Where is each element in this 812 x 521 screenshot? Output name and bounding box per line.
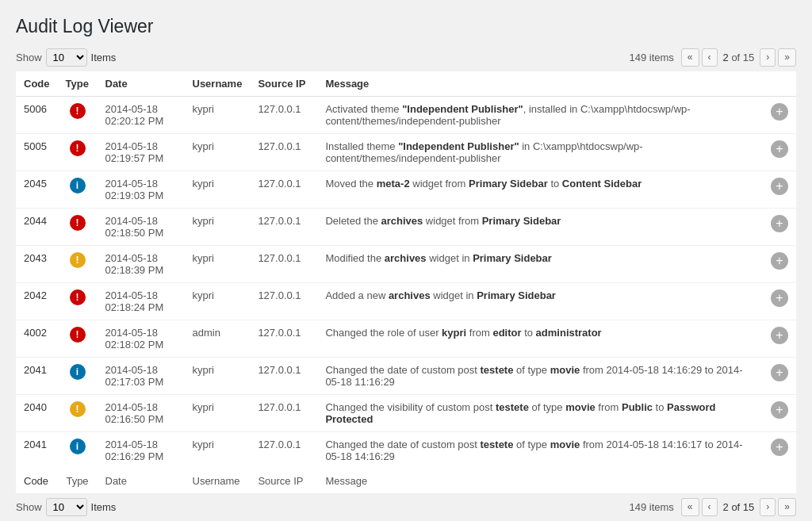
show-label-top: Show bbox=[16, 52, 42, 63]
cell-username: kypri bbox=[185, 134, 251, 171]
per-page-select-bottom[interactable]: 10 25 50 100 bbox=[46, 498, 87, 516]
first-page-btn-bottom[interactable]: « bbox=[681, 498, 699, 516]
cell-date: 2014-05-1802:17:03 PM bbox=[98, 358, 185, 395]
type-badge: ! bbox=[70, 215, 86, 231]
show-items-top: Show 10 25 50 100 Items bbox=[16, 48, 116, 67]
per-page-select-top[interactable]: 10 25 50 100 bbox=[46, 48, 87, 67]
cell-date: 2014-05-1802:18:02 PM bbox=[98, 320, 185, 358]
row-action-button[interactable]: + bbox=[771, 289, 788, 307]
cell-sourceip: 127.0.0.1 bbox=[250, 320, 317, 358]
cell-action: + bbox=[763, 209, 796, 246]
cell-date: 2014-05-1802:16:29 PM bbox=[98, 432, 185, 469]
table-row: 5005!2014-05-1802:19:57 PMkypri127.0.0.1… bbox=[16, 134, 796, 171]
type-badge: ! bbox=[70, 401, 86, 417]
row-action-button[interactable]: + bbox=[771, 178, 788, 195]
pagination-top: 149 items « ‹ 2 of 15 › » bbox=[629, 48, 796, 67]
row-action-button[interactable]: + bbox=[771, 103, 788, 121]
table-row: 2043!2014-05-1802:18:39 PMkypri127.0.0.1… bbox=[16, 246, 796, 283]
row-action-button[interactable]: + bbox=[771, 252, 788, 270]
table-row: 5006!2014-05-1802:20:12 PMkypri127.0.0.1… bbox=[16, 97, 796, 134]
table-row: 2041i2014-05-1802:17:03 PMkypri127.0.0.1… bbox=[16, 358, 796, 395]
cell-message: Modified the archives widget in Primary … bbox=[317, 246, 763, 283]
cell-username: kypri bbox=[185, 97, 251, 134]
cell-date: 2014-05-1802:18:24 PM bbox=[98, 283, 185, 320]
cell-username: kypri bbox=[185, 209, 251, 246]
cell-action: + bbox=[763, 432, 796, 469]
row-action-button[interactable]: + bbox=[771, 327, 788, 344]
cell-date: 2014-05-1802:16:50 PM bbox=[98, 395, 185, 432]
type-badge: i bbox=[70, 439, 86, 454]
cell-sourceip: 127.0.0.1 bbox=[250, 246, 317, 283]
cell-type: ! bbox=[58, 320, 98, 358]
cell-action: + bbox=[763, 246, 796, 283]
table-row: 2040!2014-05-1802:16:50 PMkypri127.0.0.1… bbox=[16, 395, 796, 432]
cell-sourceip: 127.0.0.1 bbox=[250, 395, 317, 432]
cell-action: + bbox=[763, 283, 796, 320]
cell-code: 5005 bbox=[16, 134, 58, 171]
table-row: 2045i2014-05-1802:19:03 PMkypri127.0.0.1… bbox=[16, 171, 796, 209]
row-action-button[interactable]: + bbox=[771, 364, 788, 381]
last-page-btn-bottom[interactable]: » bbox=[778, 498, 796, 516]
type-badge: ! bbox=[70, 327, 86, 343]
cell-type: i bbox=[58, 432, 98, 469]
cell-action: + bbox=[763, 134, 796, 171]
footer-message: Message bbox=[317, 469, 763, 493]
type-badge: i bbox=[70, 178, 86, 193]
cell-type: ! bbox=[58, 283, 98, 320]
col-header-type: Type bbox=[58, 71, 98, 97]
row-action-button[interactable]: + bbox=[771, 439, 788, 456]
type-badge: ! bbox=[70, 289, 86, 305]
table-footer-row: Code Type Date Username Source IP Messag… bbox=[16, 469, 796, 493]
items-label-bottom: Items bbox=[91, 501, 117, 513]
show-items-bottom: Show 10 25 50 100 Items bbox=[16, 498, 116, 516]
cell-sourceip: 127.0.0.1 bbox=[250, 134, 317, 171]
cell-message: Activated theme "Independent Publisher",… bbox=[317, 97, 763, 134]
cell-code: 2044 bbox=[16, 209, 58, 246]
cell-message: Installed theme "Independent Publisher" … bbox=[317, 134, 763, 171]
prev-page-btn-top[interactable]: ‹ bbox=[702, 48, 718, 67]
cell-sourceip: 127.0.0.1 bbox=[250, 171, 317, 209]
cell-type: i bbox=[58, 358, 98, 395]
cell-type: ! bbox=[58, 395, 98, 432]
table-row: 2042!2014-05-1802:18:24 PMkypri127.0.0.1… bbox=[16, 283, 796, 320]
cell-username: admin bbox=[185, 320, 251, 358]
col-header-code: Code bbox=[16, 71, 58, 97]
page-info-top: 2 of 15 bbox=[723, 52, 755, 63]
cell-message: Changed the visibility of custom post te… bbox=[317, 395, 763, 432]
item-count-top: 149 items bbox=[629, 52, 673, 63]
cell-sourceip: 127.0.0.1 bbox=[250, 432, 317, 469]
cell-date: 2014-05-1802:19:03 PM bbox=[98, 171, 185, 209]
footer-type: Type bbox=[58, 469, 98, 493]
prev-page-btn-bottom[interactable]: ‹ bbox=[702, 498, 718, 516]
first-page-btn-top[interactable]: « bbox=[681, 48, 699, 67]
footer-action bbox=[763, 469, 796, 493]
cell-message: Moved the meta-2 widget from Primary Sid… bbox=[317, 171, 763, 209]
next-page-btn-top[interactable]: › bbox=[760, 48, 776, 67]
cell-action: + bbox=[763, 97, 796, 134]
cell-date: 2014-05-1802:19:57 PM bbox=[98, 134, 185, 171]
row-action-button[interactable]: + bbox=[771, 215, 788, 232]
row-action-button[interactable]: + bbox=[771, 401, 788, 419]
cell-username: kypri bbox=[185, 432, 251, 469]
cell-code: 2043 bbox=[16, 246, 58, 283]
page-title: Audit Log Viewer bbox=[16, 16, 796, 37]
cell-date: 2014-05-1802:18:50 PM bbox=[98, 209, 185, 246]
cell-username: kypri bbox=[185, 395, 251, 432]
cell-message: Changed the date of custom post testete … bbox=[317, 432, 763, 469]
cell-type: i bbox=[58, 171, 98, 209]
controls-bottom: Show 10 25 50 100 Items 149 items « ‹ 2 … bbox=[16, 498, 796, 516]
col-header-username: Username bbox=[185, 71, 251, 97]
cell-username: kypri bbox=[185, 283, 251, 320]
footer-date: Date bbox=[98, 469, 185, 493]
row-action-button[interactable]: + bbox=[771, 140, 788, 158]
audit-log-table: Code Type Date Username Source IP Messag… bbox=[16, 71, 796, 493]
cell-sourceip: 127.0.0.1 bbox=[250, 283, 317, 320]
last-page-btn-top[interactable]: » bbox=[778, 48, 796, 67]
controls-top: Show 10 25 50 100 Items 149 items « ‹ 2 … bbox=[16, 48, 796, 67]
table-row: 2044!2014-05-1802:18:50 PMkypri127.0.0.1… bbox=[16, 209, 796, 246]
cell-username: kypri bbox=[185, 358, 251, 395]
cell-action: + bbox=[763, 358, 796, 395]
pagination-bottom: 149 items « ‹ 2 of 15 › » bbox=[629, 498, 796, 516]
col-header-sourceip: Source IP bbox=[250, 71, 317, 97]
next-page-btn-bottom[interactable]: › bbox=[760, 498, 776, 516]
